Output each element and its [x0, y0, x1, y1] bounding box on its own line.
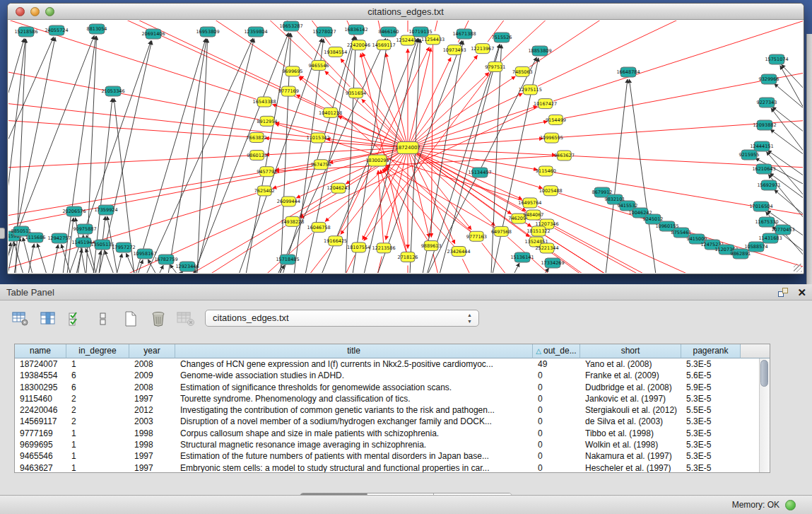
table-cell[interactable]: 49	[533, 358, 580, 370]
network-node[interactable]: 6497568	[491, 226, 512, 236]
table-cell[interactable]: 1997	[129, 393, 175, 404]
network-node[interactable]: 21053346	[101, 86, 124, 96]
table-cell[interactable]: 2008	[129, 382, 175, 393]
network-node[interactable]: 16953809	[196, 27, 219, 37]
network-node[interactable]: 9215955	[739, 150, 760, 160]
network-node[interactable]: 14569117	[372, 40, 396, 49]
network-node[interactable]: 18300295	[365, 155, 389, 166]
table-cell[interactable]: Corpus callosum shape and size in male p…	[175, 428, 533, 439]
table-row[interactable]: 911546021997Tourette syndrome. Phenomeno…	[15, 393, 770, 404]
table-cell[interactable]: 5.9E-5	[681, 382, 741, 393]
table-row[interactable]: 946554611997Estimation of the future num…	[15, 450, 770, 462]
resize-grip[interactable]	[794, 264, 802, 272]
network-node[interactable]: 15134457	[468, 168, 491, 177]
table-cell[interactable]: 18724007	[15, 358, 66, 370]
network-node[interactable]: 12046243	[326, 183, 350, 193]
table-cell[interactable]: 5.3E-5	[681, 439, 741, 450]
table-cell[interactable]: 0	[533, 404, 580, 416]
network-node[interactable]: 15136141	[510, 252, 534, 262]
table-cell[interactable]: 2012	[129, 404, 175, 416]
table-cell[interactable]: 9465546	[15, 450, 66, 462]
table-cell[interactable]: Embryonic stem cells: a model to study s…	[175, 462, 533, 472]
table-cell[interactable]: Estimation of the future numbers of pati…	[175, 450, 533, 462]
network-node[interactable]: 12093882	[753, 120, 776, 130]
table-cell[interactable]: 0	[533, 393, 580, 404]
network-node[interactable]: 9329966	[759, 74, 779, 84]
table-cell[interactable]: 1998	[129, 428, 175, 439]
network-node[interactable]: 16210643	[752, 164, 775, 174]
table-cell[interactable]: 0	[533, 462, 580, 472]
column-header-pagerank[interactable]: pagerank	[681, 344, 741, 358]
table-cell[interactable]: 0	[533, 428, 580, 439]
network-node[interactable]: 8813054	[87, 24, 107, 34]
table-cell[interactable]: 5.3E-5	[681, 450, 741, 462]
table-cell[interactable]: 0	[533, 416, 580, 427]
network-node[interactable]: 16782759	[154, 255, 177, 264]
table-cell[interactable]: 1997	[129, 462, 175, 472]
table-cell[interactable]: Structural magnetic resonance image aver…	[175, 439, 533, 450]
table-cell[interactable]: 2008	[129, 358, 175, 370]
network-node[interactable]: 8466160	[379, 27, 399, 37]
network-node[interactable]: 12359804	[244, 27, 267, 37]
network-node[interactable]: 18107554	[347, 243, 370, 252]
network-node[interactable]: 12213967	[471, 44, 494, 54]
table-cell[interactable]: 1	[66, 439, 129, 450]
table-cell[interactable]: 2009	[129, 370, 175, 381]
network-node[interactable]: 9463627	[554, 151, 575, 160]
network-node[interactable]: 15751074	[765, 54, 788, 64]
network-node[interactable]: 9797511	[485, 62, 505, 71]
network-node[interactable]: 10973493	[443, 45, 466, 55]
network-node[interactable]: 15692971	[757, 180, 780, 190]
column-header-out_de[interactable]: △out_de...	[533, 344, 580, 358]
network-canvas[interactable]: 1252443911254433109734931221396797975117…	[8, 21, 803, 273]
table-cell[interactable]: Franke et al. (2009)	[580, 370, 681, 381]
collapsed-panel-strip[interactable]	[806, 34, 812, 284]
network-node[interactable]: 2718126	[398, 252, 418, 262]
network-node[interactable]: 7663822	[247, 132, 267, 142]
network-node[interactable]: 19166425	[324, 236, 347, 246]
table-cell[interactable]: Stergiakouli et al. (2012)	[580, 404, 681, 416]
network-node[interactable]: 19384554	[324, 47, 347, 57]
table-scrollbar[interactable]	[759, 358, 770, 472]
network-node[interactable]: 10996595	[540, 133, 563, 143]
network-node[interactable]: 7625402	[254, 186, 275, 196]
row-select-icon[interactable]	[65, 309, 86, 329]
table-cell[interactable]: Disruption of a novel member of a sodium…	[175, 416, 533, 427]
network-node[interactable]: 9889613	[421, 241, 442, 251]
network-node[interactable]: 16046758	[307, 222, 331, 232]
table-cell[interactable]: 2	[66, 393, 129, 404]
table-cell[interactable]: Jankovic et al. (1997)	[580, 393, 681, 404]
network-node[interactable]: 16836142	[344, 25, 367, 35]
table-cell[interactable]: 5.3E-5	[681, 393, 741, 404]
table-selector-dropdown[interactable]: citations_edges.txt ▲▼	[205, 310, 479, 327]
network-node[interactable]: 20206576	[62, 206, 86, 216]
column-header-year[interactable]: year	[129, 344, 175, 358]
memory-ok-indicator-icon[interactable]	[785, 500, 796, 510]
table-cell[interactable]: Hescheler et al. (1997)	[580, 462, 681, 472]
delete-table-icon[interactable]	[175, 309, 196, 329]
table-cell[interactable]: Investigating the contribution of common…	[175, 404, 533, 416]
network-node[interactable]: 23426444	[447, 247, 471, 257]
table-options-icon[interactable]	[10, 309, 31, 329]
table-cell[interactable]: Nakamura et al. (1997)	[580, 450, 681, 462]
table-cell[interactable]: Estimation of significance thresholds fo…	[175, 382, 533, 393]
network-node[interactable]: 9351654	[346, 88, 366, 98]
table-row[interactable]: 1872400712008Changes of HCN gene express…	[15, 358, 770, 370]
network-graph[interactable]: 1252443911254433109734931221396797975117…	[8, 21, 803, 273]
network-node[interactable]: 24055724	[45, 25, 68, 35]
network-node[interactable]: 10653287	[279, 21, 302, 31]
network-node[interactable]: 9115460	[536, 166, 556, 176]
network-node[interactable]: 18724007	[395, 142, 420, 154]
table-cell[interactable]: 14569117	[15, 416, 66, 427]
network-node[interactable]: 9699695	[282, 66, 302, 76]
table-cell[interactable]: 19384554	[15, 370, 66, 381]
table-cell[interactable]: 1	[66, 358, 129, 370]
table-cell[interactable]: 6	[66, 370, 129, 381]
column-header-name[interactable]: name	[15, 344, 66, 358]
network-node[interactable]: 9154499	[546, 115, 566, 124]
network-window-titlebar[interactable]: citations_edges.txt	[8, 4, 804, 20]
table-row[interactable]: 969969511998Structural magnetic resonanc…	[15, 439, 770, 450]
table-cell[interactable]: 1	[66, 428, 129, 439]
table-row[interactable]: 1456911722003Disruption of a novel membe…	[15, 416, 770, 427]
table-cell[interactable]: 5.6E-5	[681, 370, 741, 381]
